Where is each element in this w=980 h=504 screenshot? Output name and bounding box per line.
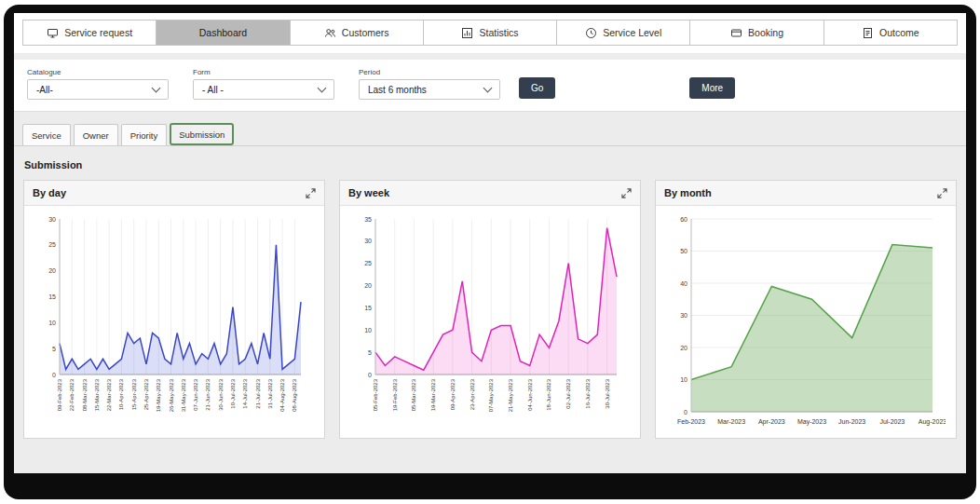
svg-text:07-Jun-2023: 07-Jun-2023 — [193, 378, 198, 410]
svg-text:08-Mar-2023: 08-Mar-2023 — [82, 378, 88, 411]
svg-text:30-Jul-2023: 30-Jul-2023 — [605, 378, 610, 408]
main-nav: Service request Dashboard Customers — [22, 20, 958, 46]
subtab-submission[interactable]: Submission — [170, 123, 234, 145]
svg-text:30: 30 — [364, 238, 372, 244]
svg-text:23-Apr-2023: 23-Apr-2023 — [470, 378, 475, 410]
expand-icon[interactable] — [306, 188, 316, 198]
svg-text:04-Aug-2023: 04-Aug-2023 — [279, 378, 285, 411]
svg-text:14-Jul-2023: 14-Jul-2023 — [242, 378, 248, 408]
period-field: Period Last 6 months — [359, 68, 500, 100]
svg-text:Aug-2023: Aug-2023 — [919, 418, 946, 426]
tab-label: Service request — [64, 27, 132, 38]
svg-text:20: 20 — [48, 267, 56, 274]
svg-text:Jul-2023: Jul-2023 — [879, 418, 905, 425]
svg-text:5: 5 — [368, 349, 372, 356]
page: Service request Dashboard Customers — [0, 0, 980, 504]
subtab-service[interactable]: Service — [22, 124, 71, 145]
svg-text:30-Jun-2023: 30-Jun-2023 — [218, 378, 224, 410]
catalogue-value: -All- — [36, 85, 53, 95]
svg-text:08-Aug-2023: 08-Aug-2023 — [292, 378, 297, 411]
subtab-owner[interactable]: Owner — [74, 124, 118, 145]
svg-text:22-Mar-2023: 22-Mar-2023 — [106, 378, 112, 411]
svg-text:10: 10 — [364, 327, 372, 334]
by-week-card: By week 0510152025303505-Feb-202319-Feb-… — [339, 180, 641, 439]
section-title: Submission — [14, 146, 966, 180]
svg-text:07-May-2023: 07-May-2023 — [488, 378, 494, 412]
chart-area: 0102030405060Feb-2023Mar-2023Apr-2023May… — [656, 206, 956, 438]
svg-text:25: 25 — [364, 260, 372, 266]
svg-text:05-Mar-2023: 05-Mar-2023 — [411, 378, 416, 411]
by-month-card: By month 0102030405060Feb-2023Mar-2023Ap… — [655, 180, 957, 439]
subtab-row: Service Owner Priority Submission — [14, 112, 966, 146]
form-field: Form - All - — [193, 68, 334, 100]
chart-area: 05101520253009-Feb-202322-Feb-202308-Mar… — [24, 206, 324, 438]
svg-text:40: 40 — [680, 280, 687, 287]
svg-text:22-Feb-2023: 22-Feb-2023 — [69, 378, 75, 411]
expand-icon[interactable] — [621, 188, 632, 198]
svg-text:May-2023: May-2023 — [797, 418, 826, 426]
tab-label: Booking — [748, 27, 783, 38]
svg-text:30: 30 — [48, 216, 56, 223]
card-title: By week — [348, 187, 389, 198]
tab-dashboard[interactable]: Dashboard — [157, 20, 290, 45]
card-title: By month — [664, 187, 712, 198]
svg-text:30: 30 — [680, 312, 687, 319]
svg-text:35: 35 — [364, 216, 372, 223]
svg-text:15: 15 — [48, 293, 56, 300]
tab-statistics[interactable]: Statistics — [424, 20, 557, 45]
by-day-chart: 05101520253009-Feb-202322-Feb-202308-Mar… — [34, 210, 314, 436]
period-select[interactable]: Last 6 months — [359, 79, 500, 100]
svg-text:10-Apr-2023: 10-Apr-2023 — [118, 378, 124, 410]
device-frame: Service request Dashboard Customers — [4, 5, 976, 499]
svg-text:09-Apr-2023: 09-Apr-2023 — [450, 378, 456, 410]
svg-text:02-Jul-2023: 02-Jul-2023 — [565, 378, 571, 408]
monitor-icon — [47, 27, 59, 39]
subtab-priority[interactable]: Priority — [121, 124, 168, 145]
svg-text:04-Jun-2023: 04-Jun-2023 — [527, 378, 533, 410]
svg-text:16-Jul-2023: 16-Jul-2023 — [585, 378, 591, 408]
catalogue-label: Catalogue — [27, 68, 169, 76]
period-value: Last 6 months — [368, 85, 427, 95]
chevron-down-icon — [483, 83, 493, 92]
tab-service-level[interactable]: Service Level — [557, 20, 690, 45]
svg-text:10: 10 — [48, 320, 56, 326]
svg-text:31-Jul-2023: 31-Jul-2023 — [267, 378, 273, 408]
svg-text:26-May-2023: 26-May-2023 — [169, 378, 174, 412]
svg-text:50: 50 — [680, 248, 687, 254]
svg-text:19-Feb-2023: 19-Feb-2023 — [392, 378, 398, 411]
svg-text:5: 5 — [52, 346, 56, 352]
tab-label: Dashboard — [199, 27, 247, 38]
expand-icon[interactable] — [937, 188, 947, 198]
by-month-chart: 0102030405060Feb-2023Mar-2023Apr-2023May… — [666, 210, 946, 436]
svg-text:19-Mar-2023: 19-Mar-2023 — [430, 378, 436, 411]
svg-text:Apr-2023: Apr-2023 — [758, 418, 785, 426]
more-button[interactable]: More — [689, 77, 735, 99]
go-button[interactable]: Go — [519, 77, 555, 99]
form-select[interactable]: - All - — [193, 79, 334, 100]
catalogue-select[interactable]: -All- — [27, 79, 169, 100]
by-week-chart: 0510152025303505-Feb-202319-Feb-202305-M… — [350, 210, 630, 436]
svg-text:60: 60 — [680, 216, 687, 223]
svg-text:25-Apr-2023: 25-Apr-2023 — [143, 378, 149, 410]
tab-customers[interactable]: Customers — [291, 20, 424, 45]
svg-text:25: 25 — [48, 241, 56, 248]
tab-outcome[interactable]: Outcome — [824, 20, 957, 45]
tab-booking[interactable]: Booking — [690, 20, 823, 45]
chevron-down-icon — [152, 83, 161, 92]
top-nav-container: Service request Dashboard Customers — [14, 13, 966, 53]
form-label: Form — [193, 68, 334, 76]
svg-text:21-May-2023: 21-May-2023 — [508, 378, 513, 412]
tab-service-request[interactable]: Service request — [23, 20, 157, 45]
tab-label: Statistics — [479, 27, 518, 38]
app-screen: Service request Dashboard Customers — [14, 13, 966, 473]
card-header: By day — [24, 181, 324, 206]
filter-bar: Catalogue -All- Form - All - Period — [14, 60, 966, 112]
svg-text:0: 0 — [52, 372, 56, 378]
card-header: By month — [656, 181, 956, 206]
svg-text:10: 10 — [680, 376, 687, 383]
svg-text:0: 0 — [368, 372, 372, 378]
svg-text:21-Jul-2023: 21-Jul-2023 — [255, 378, 261, 408]
card-icon — [730, 27, 742, 39]
svg-text:Jun-2023: Jun-2023 — [838, 418, 865, 425]
period-label: Period — [359, 68, 500, 76]
